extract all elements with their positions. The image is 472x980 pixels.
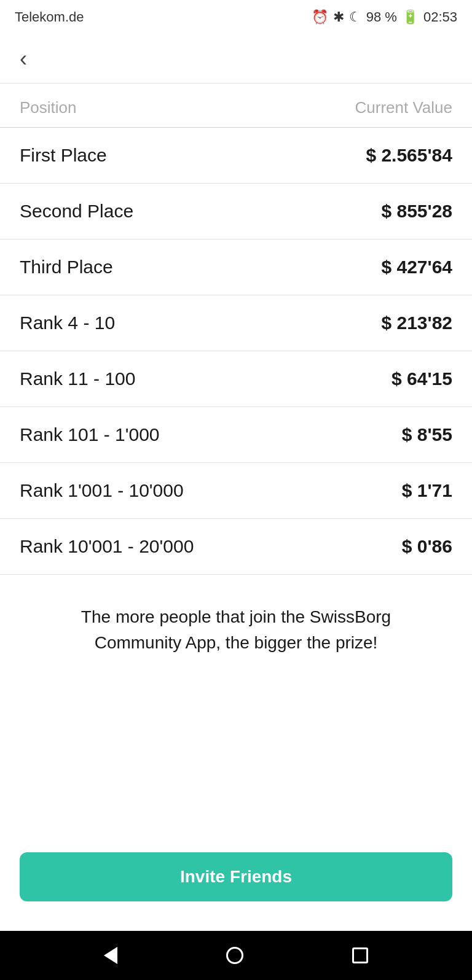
prize-table: First Place $ 2.565'84 Second Place $ 85…: [0, 128, 472, 575]
row-value-4: $ 64'15: [391, 368, 452, 389]
table-row: Third Place $ 427'64: [0, 239, 472, 295]
status-bar: Telekom.de ⏰ ✱ ☾ 98 % 🔋 02:53: [0, 0, 472, 34]
recents-nav-icon[interactable]: [352, 947, 368, 963]
bluetooth-icon: ✱: [333, 9, 344, 25]
battery-icon: 🔋: [402, 9, 419, 25]
table-row: First Place $ 2.565'84: [0, 128, 472, 184]
table-row: Rank 101 - 1'000 $ 8'55: [0, 407, 472, 463]
battery-text: 98 %: [366, 9, 397, 25]
home-nav-icon[interactable]: [226, 947, 243, 964]
nav-bar: ‹: [0, 34, 472, 84]
row-value-6: $ 1'71: [402, 480, 452, 501]
row-position-2: Third Place: [20, 257, 113, 278]
table-row: Rank 11 - 100 $ 64'15: [0, 351, 472, 407]
time-text: 02:53: [423, 9, 457, 25]
row-position-3: Rank 4 - 10: [20, 313, 115, 333]
back-nav-icon[interactable]: [104, 947, 117, 964]
table-row: Rank 1'001 - 10'000 $ 1'71: [0, 463, 472, 519]
alarm-icon: ⏰: [312, 9, 328, 25]
moon-icon: ☾: [349, 9, 361, 25]
row-value-5: $ 8'55: [402, 424, 452, 445]
row-value-2: $ 427'64: [381, 257, 452, 278]
header-position-label: Position: [20, 98, 77, 117]
row-position-4: Rank 11 - 100: [20, 368, 135, 389]
row-position-1: Second Place: [20, 201, 133, 222]
row-value-3: $ 213'82: [381, 313, 452, 333]
table-row: Rank 10'001 - 20'000 $ 0'86: [0, 519, 472, 575]
table-header: Position Current Value: [0, 84, 472, 128]
row-position-6: Rank 1'001 - 10'000: [20, 480, 184, 501]
row-position-5: Rank 101 - 1'000: [20, 424, 160, 445]
table-row: Second Place $ 855'28: [0, 184, 472, 239]
row-value-7: $ 0'86: [402, 536, 452, 557]
row-position-7: Rank 10'001 - 20'000: [20, 536, 194, 557]
invite-friends-button[interactable]: Invite Friends: [20, 852, 452, 901]
carrier-text: Telekom.de: [15, 9, 84, 25]
table-row: Rank 4 - 10 $ 213'82: [0, 295, 472, 351]
back-button[interactable]: ‹: [15, 43, 32, 75]
row-value-1: $ 855'28: [381, 201, 452, 222]
header-value-label: Current Value: [355, 98, 453, 117]
info-text: The more people that join the SwissBorg …: [0, 575, 472, 852]
status-right-icons: ⏰ ✱ ☾ 98 % 🔋 02:53: [312, 9, 457, 25]
android-nav-bar: [0, 931, 472, 980]
row-position-0: First Place: [20, 145, 107, 166]
row-value-0: $ 2.565'84: [366, 145, 452, 166]
